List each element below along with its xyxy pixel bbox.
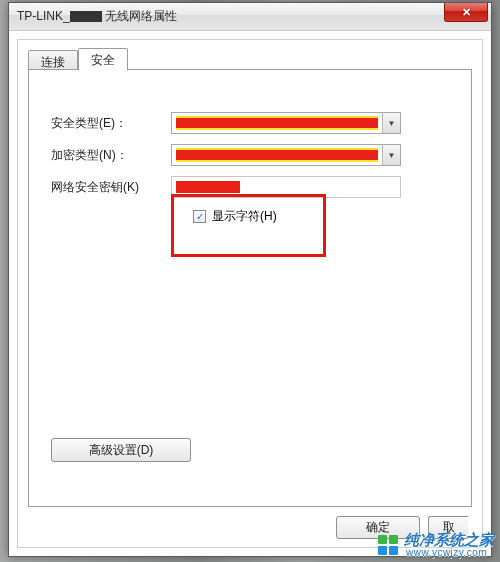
row-encryption-type: 加密类型(N)： ▼ xyxy=(51,144,401,166)
label-security-type: 安全类型(E)： xyxy=(51,115,171,132)
check-icon: ✓ xyxy=(196,212,204,222)
label-encryption-type: 加密类型(N)： xyxy=(51,147,171,164)
titlebar[interactable]: TP-LINK_ 无线网络属性 ✕ xyxy=(9,3,491,31)
watermark-text: 纯净系统之家 www.ycwjzy.com xyxy=(404,532,494,558)
redacted-ssid xyxy=(70,11,102,22)
tab-connect[interactable]: 连接 xyxy=(28,50,78,70)
tab-strip: 连接 安全 xyxy=(28,48,128,70)
row-security-type: 安全类型(E)： ▼ xyxy=(51,112,401,134)
watermark: 纯净系统之家 www.ycwjzy.com xyxy=(378,532,494,558)
label-security-key: 网络安全密钥(K) xyxy=(51,179,171,196)
chevron-down-icon[interactable]: ▼ xyxy=(382,113,400,133)
security-panel: 安全类型(E)： ▼ 加密类型(N)： ▼ 网络安全密钥(K) xyxy=(28,70,472,507)
window-title: TP-LINK_ 无线网络属性 xyxy=(17,8,177,25)
redacted-value xyxy=(176,148,378,162)
button-label: 高级设置(D) xyxy=(89,442,154,459)
watermark-logo-icon xyxy=(378,535,398,555)
checkbox-show-chars[interactable]: ✓ xyxy=(193,210,206,223)
combo-security-type[interactable]: ▼ xyxy=(171,112,401,134)
tab-security[interactable]: 安全 xyxy=(78,48,128,71)
row-show-chars: ✓ 显示字符(H) xyxy=(193,208,277,225)
advanced-settings-button[interactable]: 高级设置(D) xyxy=(51,438,191,462)
chevron-down-icon[interactable]: ▼ xyxy=(382,145,400,165)
dialog-window: TP-LINK_ 无线网络属性 ✕ 连接 安全 安全类型(E)： ▼ 加密类型(… xyxy=(8,2,492,557)
redacted-value xyxy=(176,116,378,130)
watermark-url: www.ycwjzy.com xyxy=(406,548,494,559)
input-security-key[interactable] xyxy=(171,176,401,198)
close-icon: ✕ xyxy=(462,6,471,19)
watermark-brand: 纯净系统之家 xyxy=(404,532,494,548)
annotation-highlight xyxy=(171,194,326,257)
tab-label: 安全 xyxy=(91,53,115,67)
redacted-key xyxy=(176,181,240,193)
client-area: 连接 安全 安全类型(E)： ▼ 加密类型(N)： ▼ 网络安全密钥(K) xyxy=(17,39,483,548)
tab-label: 连接 xyxy=(41,55,65,69)
combo-encryption-type[interactable]: ▼ xyxy=(171,144,401,166)
close-button[interactable]: ✕ xyxy=(444,3,488,22)
row-security-key: 网络安全密钥(K) xyxy=(51,176,401,198)
label-show-chars: 显示字符(H) xyxy=(212,208,277,225)
